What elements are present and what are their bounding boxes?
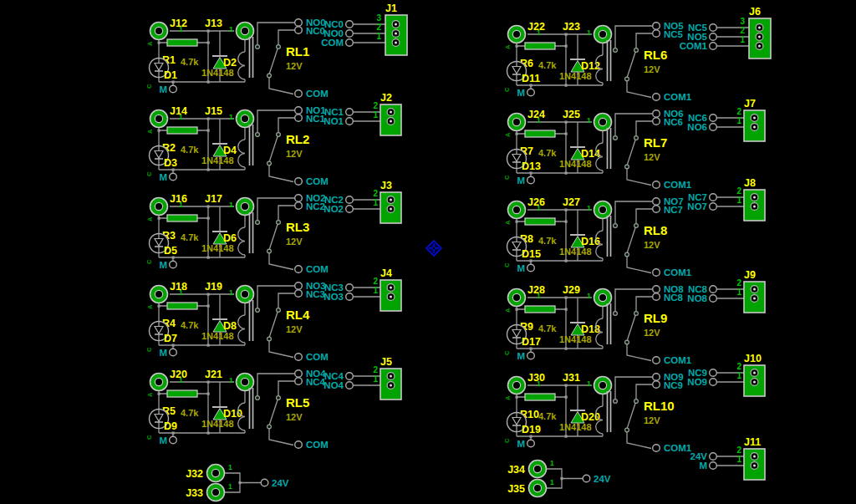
connector-body[interactable] [744, 110, 765, 141]
led-ref[interactable]: D11 [522, 73, 540, 84]
net-label[interactable]: COM1 [680, 41, 708, 51]
net-terminal[interactable] [346, 293, 354, 301]
led-ref[interactable]: D3 [164, 157, 177, 169]
diode-value[interactable]: 1N4148 [559, 422, 592, 432]
connector-body[interactable] [380, 280, 401, 311]
diode-ref[interactable]: D8 [223, 320, 237, 332]
diode-ref[interactable]: D4 [223, 145, 237, 156]
pad-b[interactable] [594, 377, 612, 395]
led-ref[interactable]: D19 [522, 424, 541, 435]
m-terminal[interactable] [527, 89, 535, 96]
power-terminal[interactable] [583, 475, 590, 482]
connector-body[interactable] [380, 369, 401, 400]
pad-b-label[interactable]: J21 [205, 369, 222, 380]
led-ref[interactable]: D1 [164, 69, 177, 81]
pad-b-label[interactable]: J27 [563, 196, 580, 208]
m-terminal[interactable] [527, 440, 535, 447]
pad-b[interactable] [594, 114, 612, 131]
diode-value[interactable]: 1N4148 [201, 155, 234, 165]
pad-b[interactable] [237, 198, 254, 216]
diode-value[interactable]: 1N4148 [201, 419, 234, 429]
pad-b[interactable] [237, 286, 254, 303]
pad-b-label[interactable]: J13 [205, 18, 222, 29]
m-net-label[interactable]: M [517, 176, 525, 186]
resistor-symbol[interactable] [167, 390, 197, 397]
connector-ref[interactable]: J8 [744, 177, 756, 189]
resistor-symbol[interactable] [525, 218, 555, 225]
resistor-symbol[interactable] [525, 306, 555, 313]
connector-body[interactable] [744, 190, 765, 221]
resistor-symbol[interactable] [525, 43, 555, 49]
pad-b-label[interactable]: J35 [507, 483, 525, 495]
m-net-label[interactable]: M [159, 84, 167, 94]
pad-b[interactable] [207, 484, 225, 501]
resistor-value[interactable]: 4.7k [181, 232, 199, 242]
pad-a[interactable] [508, 114, 526, 131]
connector-body[interactable] [744, 282, 765, 313]
pad-a[interactable] [150, 198, 168, 216]
net-terminal[interactable] [710, 43, 717, 50]
m-net-label[interactable]: M [517, 263, 525, 273]
m-net-label[interactable]: M [517, 88, 525, 98]
diode-value[interactable]: 1N4148 [559, 334, 592, 344]
com-net-label[interactable]: COM [306, 440, 329, 450]
net-label[interactable]: NO9 [687, 377, 707, 387]
led-ref[interactable]: D5 [164, 245, 177, 257]
net-terminal[interactable] [710, 453, 717, 461]
net-terminal[interactable] [710, 295, 717, 303]
pad-a[interactable] [150, 23, 168, 40]
net-label[interactable]: NO4 [324, 380, 344, 390]
connector-ref[interactable]: J3 [380, 180, 392, 191]
relay-value[interactable]: 12V [644, 64, 660, 74]
net-terminal[interactable] [346, 373, 354, 380]
pad-b[interactable] [237, 110, 254, 128]
pad-b[interactable] [529, 480, 547, 497]
m-terminal[interactable] [170, 261, 177, 268]
m-terminal[interactable] [170, 173, 177, 181]
connector-ref[interactable]: J10 [744, 353, 762, 364]
net-terminal[interactable] [710, 379, 717, 386]
m-terminal[interactable] [527, 176, 535, 184]
resistor-symbol[interactable] [167, 127, 197, 134]
pad-a[interactable] [529, 461, 547, 478]
pad-a[interactable] [207, 465, 225, 482]
diode-value[interactable]: 1N4148 [201, 331, 234, 341]
relay-ref[interactable]: RL8 [644, 223, 667, 237]
net-terminal[interactable] [710, 24, 717, 32]
net-terminal[interactable] [346, 196, 354, 204]
net-label[interactable]: NO6 [687, 122, 707, 132]
pad-b-label[interactable]: J17 [205, 193, 222, 205]
pad-b-label[interactable]: J29 [563, 284, 580, 296]
m-terminal[interactable] [527, 264, 535, 272]
m-net-label[interactable]: M [517, 439, 525, 449]
led-ref[interactable]: D9 [164, 420, 177, 432]
connector-body[interactable] [380, 192, 401, 223]
pad-b-label[interactable]: J15 [205, 105, 222, 117]
power-net-label[interactable]: 24V [272, 478, 289, 488]
resistor-symbol[interactable] [525, 394, 555, 400]
net-terminal[interactable] [346, 21, 354, 28]
net-terminal[interactable] [346, 109, 354, 116]
connector-body[interactable] [749, 18, 771, 59]
connector-ref[interactable]: J2 [380, 92, 392, 104]
pad-b-label[interactable]: J33 [186, 487, 203, 499]
relay-ref[interactable]: RL9 [644, 311, 667, 325]
pad-a-label[interactable]: J32 [186, 468, 203, 480]
diode-ref[interactable]: D6 [223, 232, 237, 244]
diode-value[interactable]: 1N4148 [201, 243, 234, 253]
connector-body[interactable] [744, 365, 765, 396]
relay-value[interactable]: 12V [644, 415, 660, 425]
pad-a[interactable] [508, 201, 526, 219]
resistor-value[interactable]: 4.7k [538, 60, 557, 70]
relay-value[interactable]: 12V [286, 324, 303, 334]
relay-value[interactable]: 12V [644, 240, 660, 250]
net-terminal[interactable] [346, 382, 354, 389]
led-ref[interactable]: D15 [522, 248, 541, 260]
net-terminal[interactable] [346, 284, 354, 292]
pad-a[interactable] [150, 286, 168, 303]
net-label[interactable]: COM [321, 38, 344, 48]
net-terminal[interactable] [710, 462, 717, 470]
relay-value[interactable]: 12V [286, 412, 303, 422]
diode-value[interactable]: 1N4148 [201, 68, 234, 78]
connector-ref[interactable]: J1 [385, 3, 397, 14]
